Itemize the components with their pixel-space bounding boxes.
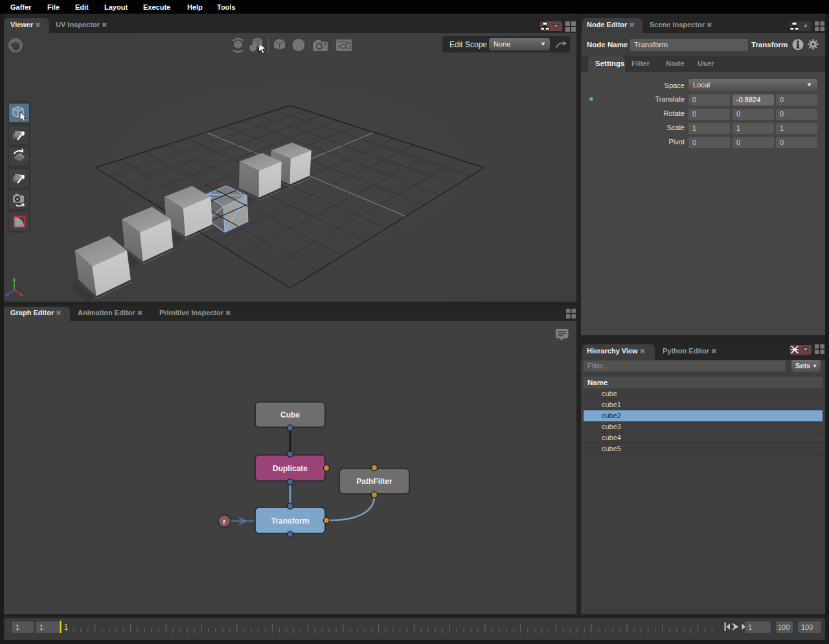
svg-text:1: 1	[64, 623, 69, 632]
svg-text:Transform: Transform	[271, 516, 310, 526]
svg-text:r: r	[223, 517, 226, 525]
svg-text:Cube: Cube	[280, 410, 300, 419]
svg-text:Duplicate: Duplicate	[273, 464, 308, 473]
svg-text:PathFilter: PathFilter	[356, 477, 392, 486]
